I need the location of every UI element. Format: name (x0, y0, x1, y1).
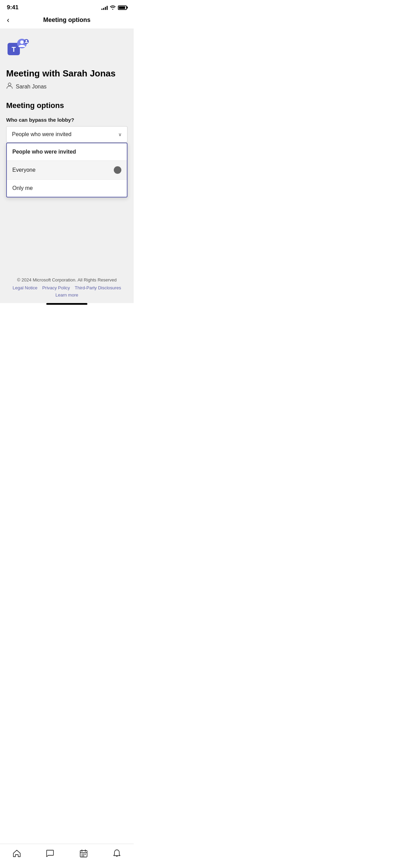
lobby-dropdown[interactable]: People who were invited ∨ People who wer… (6, 126, 127, 143)
signal-icon (101, 5, 108, 10)
organizer-row: Sarah Jonas (6, 82, 127, 91)
svg-text:T: T (12, 46, 16, 53)
main-content: T Meeting with Sarah Jonas Sarah Jonas M… (0, 28, 134, 269)
person-icon (6, 82, 13, 91)
page-title: Meeting options (43, 16, 90, 24)
options-heading: Meeting options (6, 101, 127, 110)
svg-point-5 (26, 40, 27, 42)
lobby-label: Who can bypass the lobby? (6, 117, 127, 123)
teams-logo: T (6, 35, 31, 60)
back-button[interactable]: ‹ (7, 16, 9, 25)
third-party-link[interactable]: Third-Party Disclosures (75, 285, 121, 290)
learn-more-link[interactable]: Learn more (7, 292, 127, 298)
home-indicator (0, 303, 134, 308)
legal-notice-link[interactable]: Legal Notice (13, 285, 37, 290)
battery-icon (118, 5, 127, 10)
home-bar (46, 303, 87, 305)
status-icons (101, 5, 127, 11)
footer-legal: © 2024 Microsoft Corporation. All Rights… (0, 269, 134, 303)
dropdown-option-everyone[interactable]: Everyone (7, 161, 127, 180)
organizer-name: Sarah Jonas (16, 84, 47, 90)
svg-point-6 (8, 83, 11, 86)
dropdown-current-value: People who were invited (12, 131, 71, 137)
dropdown-menu: People who were invited Everyone Only me (6, 143, 127, 197)
nav-header: ‹ Meeting options (0, 13, 134, 28)
status-time: 9:41 (7, 4, 19, 11)
radio-selected-dot (114, 166, 121, 174)
dropdown-option-only-me[interactable]: Only me (7, 180, 127, 197)
copyright-text: © 2024 Microsoft Corporation. All Rights… (7, 277, 127, 282)
dropdown-option-invited[interactable]: People who were invited (7, 143, 127, 161)
privacy-policy-link[interactable]: Privacy Policy (42, 285, 70, 290)
option-invited-label: People who were invited (12, 149, 121, 155)
option-only-me-label: Only me (12, 185, 121, 191)
svg-point-3 (20, 40, 24, 44)
wifi-icon (110, 5, 116, 11)
dropdown-selected-value[interactable]: People who were invited ∨ (6, 126, 127, 143)
chevron-down-icon: ∨ (118, 132, 122, 137)
meeting-title: Meeting with Sarah Jonas (6, 68, 127, 79)
status-bar: 9:41 (0, 0, 134, 13)
footer-links: Legal Notice Privacy Policy Third-Party … (7, 285, 127, 290)
option-everyone-label: Everyone (12, 167, 114, 173)
